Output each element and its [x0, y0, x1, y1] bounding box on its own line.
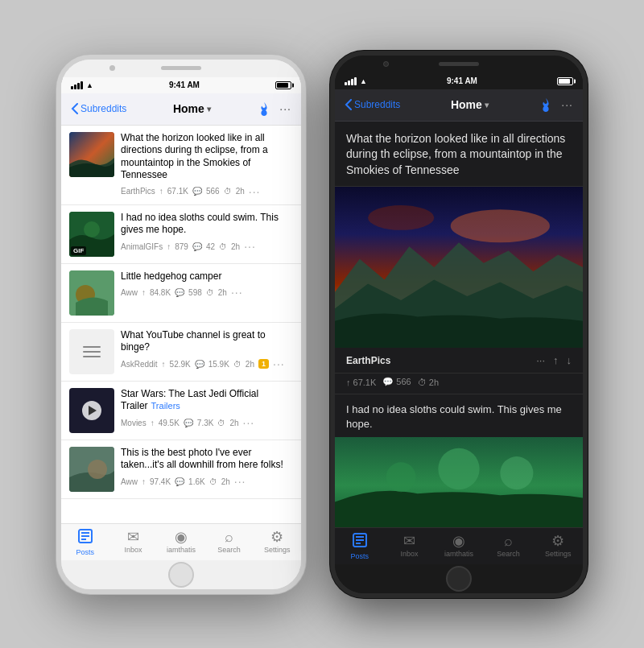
- post-title-5: Star Wars: The Last Jedi Official Traile…: [121, 388, 293, 413]
- posts-icon-dark: [352, 532, 368, 551]
- status-left-white: ▲: [71, 81, 93, 89]
- post-item-4[interactable]: What YouTube channel is great to binge? …: [61, 323, 301, 382]
- tab-search-white[interactable]: ⌕ Search: [205, 530, 254, 554]
- badge-4: 1: [258, 359, 269, 369]
- settings-icon-dark: ⚙: [551, 534, 564, 548]
- settings-icon-white: ⚙: [270, 530, 283, 544]
- svg-rect-19: [356, 536, 364, 538]
- nav-bar-dark: Subreddits Home ▾ ···: [335, 89, 583, 122]
- back-chevron-icon-dark: [345, 99, 353, 110]
- expanded-upvotes: ↑ 67.1K: [346, 378, 376, 387]
- tab-search-label-dark: Search: [497, 550, 520, 558]
- tab-profile-dark[interactable]: ◉ iamthatis: [434, 534, 484, 558]
- status-right-white: [275, 81, 291, 89]
- downvote-btn[interactable]: ↓: [567, 354, 572, 366]
- tab-inbox-label-white: Inbox: [124, 546, 142, 554]
- profile-icon-dark: ◉: [452, 534, 465, 548]
- tab-inbox-white[interactable]: ✉ Inbox: [109, 530, 158, 554]
- home-button-dark[interactable]: [446, 566, 472, 592]
- more-3[interactable]: ···: [231, 286, 243, 299]
- more-action-btn[interactable]: ···: [536, 354, 545, 366]
- post-stats: ↑ 67.1K 💬 566 ⏱ 2h: [335, 374, 583, 394]
- back-label-white: Subreddits: [80, 103, 126, 114]
- back-chevron-icon-white: [71, 103, 79, 114]
- post-item-6[interactable]: This is the best photo I've ever taken..…: [61, 440, 301, 499]
- nav-title-white: Home ▾: [126, 102, 257, 115]
- post-item-5[interactable]: Star Wars: The Last Jedi Official Traile…: [61, 382, 301, 440]
- tab-bar-white: Posts ✉ Inbox ◉ iamthatis ⌕ Search ⚙ Set…: [61, 523, 301, 560]
- post-item-1[interactable]: What the horizon looked like in all dire…: [61, 126, 301, 205]
- fire-button-dark[interactable]: [539, 97, 553, 113]
- battery-fill-white: [277, 83, 288, 88]
- upvote-btn[interactable]: ↑: [553, 354, 559, 366]
- post-sub-1: EarthPics: [121, 187, 155, 196]
- post-actions-bar: EarthPics ··· ↑ ↓: [335, 348, 583, 374]
- upvotes-5: 49.5K: [159, 419, 180, 427]
- time-4: 2h: [246, 360, 254, 369]
- tab-profile-white[interactable]: ◉ iamthatis: [157, 530, 205, 554]
- more-5[interactable]: ···: [243, 416, 255, 429]
- screen-white: ▲ 9:41 AM Subreddits Home ▾: [61, 77, 301, 560]
- tab-search-dark[interactable]: ⌕ Search: [484, 534, 534, 558]
- fire-button-white[interactable]: [257, 101, 271, 117]
- nav-back-dark[interactable]: Subreddits: [345, 99, 400, 110]
- nav-chevron-white: ▾: [207, 105, 211, 114]
- signal-bar-d1: [345, 82, 347, 85]
- tab-inbox-label-dark: Inbox: [400, 550, 418, 558]
- post-content-1: What the horizon looked like in all dire…: [121, 132, 293, 198]
- nav-back-white[interactable]: Subreddits: [71, 103, 126, 114]
- phone-top-dark: [335, 56, 583, 73]
- wifi-icon-white: ▲: [86, 81, 93, 89]
- gif-badge-2: GIF: [71, 246, 86, 255]
- more-2[interactable]: ···: [244, 240, 256, 253]
- time-white: 9:41 AM: [169, 80, 200, 89]
- battery-white: [275, 81, 291, 89]
- status-right-dark: [557, 77, 573, 85]
- expanded-post-title: What the horizon looked like in all dire…: [335, 122, 583, 188]
- back-label-dark: Subreddits: [354, 99, 400, 110]
- speaker-white: [161, 66, 201, 70]
- post-tag-5: Trailers: [151, 401, 180, 411]
- post-thumb-1: [69, 132, 114, 177]
- svg-rect-20: [356, 539, 364, 541]
- post-item-2[interactable]: GIF I had no idea sloths could swim. Thi…: [61, 205, 301, 264]
- post-title-6: This is the best photo I've ever taken..…: [121, 447, 293, 472]
- home-button-white[interactable]: [168, 562, 194, 588]
- post-meta-3: Aww ↑ 84.8K 💬 598 ⏱ 2h ···: [121, 286, 293, 299]
- more-button-dark[interactable]: ···: [561, 98, 573, 111]
- sub-6: Aww: [121, 477, 138, 486]
- more-button-white[interactable]: ···: [279, 102, 291, 115]
- more-6[interactable]: ···: [234, 475, 246, 488]
- tab-inbox-dark[interactable]: ✉ Inbox: [385, 534, 435, 558]
- tab-posts-label-dark: Posts: [351, 552, 369, 560]
- tab-settings-dark[interactable]: ⚙ Settings: [533, 534, 583, 558]
- svg-point-2: [84, 221, 100, 237]
- tab-bar-dark: Posts ✉ Inbox ◉ iamthatis ⌕ Search ⚙ Set…: [335, 527, 583, 564]
- upvotes-3: 84.8K: [150, 288, 171, 297]
- inbox-icon-white: ✉: [127, 530, 139, 544]
- tab-posts-white[interactable]: Posts: [61, 528, 109, 556]
- post-content-2: I had no idea sloths could swim. This gi…: [121, 212, 293, 253]
- svg-point-12: [451, 209, 550, 242]
- more-4[interactable]: ···: [273, 357, 285, 370]
- camera-dark: [383, 61, 389, 67]
- post-content-6: This is the best photo I've ever taken..…: [121, 447, 293, 488]
- svg-point-6: [88, 460, 107, 479]
- play-triangle-5: [89, 406, 97, 415]
- second-post-svg: [335, 437, 583, 527]
- second-post-title: I had no idea sloths could swim. This gi…: [335, 394, 583, 436]
- search-icon-dark: ⌕: [504, 534, 513, 548]
- speaker-dark: [439, 62, 479, 66]
- signal-bar-d2: [348, 80, 350, 85]
- more-1[interactable]: ···: [249, 185, 261, 198]
- tab-posts-dark[interactable]: Posts: [335, 532, 385, 560]
- post-item-3[interactable]: Little hedgehog camper Aww ↑ 84.8K 💬 598…: [61, 264, 301, 323]
- nav-title-dark: Home ▾: [400, 98, 539, 111]
- nav-actions-white: ···: [257, 101, 291, 117]
- post-meta-5: Movies ↑ 49.5K 💬 7.3K ⏱ 2h ···: [121, 416, 293, 429]
- comments-6: 1.6K: [188, 477, 205, 486]
- battery-fill-dark: [559, 79, 570, 84]
- tab-settings-white[interactable]: ⚙ Settings: [253, 530, 301, 554]
- time-icon-1: ⏱: [224, 187, 232, 196]
- fire-icon-dark: [539, 97, 553, 113]
